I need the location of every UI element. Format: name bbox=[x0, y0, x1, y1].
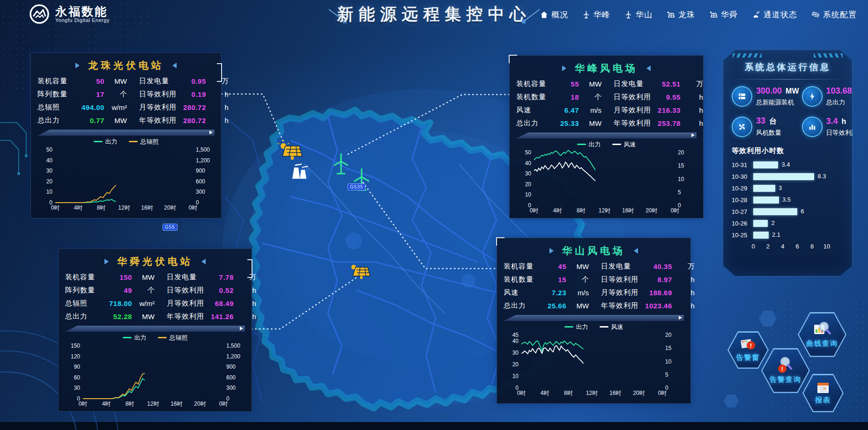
bar-category-label: 10-28 bbox=[732, 197, 753, 204]
stat-row: 总出力52.28MW bbox=[65, 312, 155, 321]
nav-item-huashan[interactable]: 华山 bbox=[624, 9, 653, 20]
legend-swatch bbox=[612, 144, 621, 145]
stat-row: 日等效利用0.19h bbox=[139, 89, 229, 99]
legend-label: 总辐照 bbox=[141, 138, 159, 146]
stat-value: 25.33 bbox=[560, 119, 579, 127]
stat-row: 日发电量52.51万 bbox=[614, 79, 703, 89]
chart-legend: 出力风速 bbox=[516, 140, 697, 149]
stat-unit: 个 bbox=[579, 93, 601, 102]
nav-label: 华山 bbox=[636, 9, 653, 20]
home-icon bbox=[540, 11, 548, 19]
hazard-stripe-decoration bbox=[733, 53, 762, 58]
system-overview-panel: 系统总体运行信息 300.00MW 总新能源装机 103.68MW 总出力 bbox=[723, 50, 853, 277]
wind-turbine-icon bbox=[624, 11, 632, 19]
stat-unit: m/s bbox=[579, 106, 601, 114]
nav-label: 系统配置 bbox=[823, 9, 857, 20]
divider-arrow-icon bbox=[209, 131, 213, 134]
title-marker-icon bbox=[201, 259, 206, 264]
chart-series-lines bbox=[516, 149, 697, 215]
stat-row: 总出力25.66MW bbox=[504, 301, 589, 311]
title-marker-icon bbox=[562, 66, 566, 71]
stat-row: 日等效利用8.97h bbox=[601, 275, 695, 284]
stat-label: 日等效利用 bbox=[601, 275, 645, 284]
bar bbox=[753, 173, 814, 180]
legend-swatch bbox=[564, 326, 573, 328]
stat-label: 月等效利用 bbox=[601, 288, 645, 297]
stat-value: 0.19 bbox=[183, 90, 206, 98]
svg-text:!: ! bbox=[750, 342, 752, 349]
stat-value: 15 bbox=[548, 276, 566, 284]
stat-label: 日等效利用 bbox=[139, 90, 183, 99]
nav-item-channel-status[interactable]: 通道状态 bbox=[752, 9, 797, 20]
legend-swatch bbox=[94, 141, 103, 142]
bar bbox=[753, 220, 768, 227]
stat-value: 9.55 bbox=[658, 93, 681, 101]
bar bbox=[753, 208, 797, 215]
nav-item-overview[interactable]: 概况 bbox=[540, 9, 568, 20]
hex-button-report[interactable]: 报表 bbox=[802, 374, 844, 412]
stat-row: 月等效利用68.49h bbox=[167, 299, 256, 308]
stat-label: 总出力 bbox=[65, 312, 109, 321]
report-icon bbox=[816, 381, 831, 394]
chart-plot: 45403020100201510500时4时8时12时16时20时0时 bbox=[504, 331, 684, 397]
station-title: 华山风电场 bbox=[562, 244, 625, 257]
brand-name: 永福数能 bbox=[55, 5, 110, 17]
stat-unit: 万 bbox=[206, 77, 229, 86]
nav-item-huafeng[interactable]: 华峰 bbox=[582, 9, 610, 20]
stat-row: 日发电量40.35万 bbox=[601, 262, 695, 271]
kpi-value: 103.68 bbox=[826, 86, 852, 96]
bar-track: 3.4 bbox=[753, 161, 844, 168]
station-title: 龙珠光伏电站 bbox=[88, 59, 164, 72]
nav-item-system-config[interactable]: 系统配置 bbox=[811, 9, 857, 20]
stat-unit: 个 bbox=[104, 90, 127, 99]
stat-value: 52.28 bbox=[109, 313, 132, 321]
bar-row: 10-313.4 bbox=[732, 159, 844, 171]
nav-item-huashun[interactable]: 华舜 bbox=[709, 9, 738, 20]
stat-label: 装机容量 bbox=[504, 262, 548, 271]
nav-item-longzhu[interactable]: 龙珠 bbox=[667, 9, 695, 20]
hex-button-label: 告警查询 bbox=[770, 375, 801, 384]
legend-swatch bbox=[577, 144, 586, 145]
legend-label: 风速 bbox=[611, 323, 623, 331]
stat-label: 月等效利用 bbox=[614, 106, 658, 115]
svg-text:!: ! bbox=[781, 365, 783, 372]
stat-unit: h bbox=[672, 302, 695, 310]
stat-row: 装机容量45MW bbox=[504, 262, 589, 271]
title-marker-icon bbox=[634, 248, 638, 254]
stat-label: 日等效利用 bbox=[614, 93, 658, 102]
bar-row: 10-252.1 bbox=[732, 229, 844, 241]
stat-value: 141.26 bbox=[211, 313, 234, 321]
chart-plot: 504030201001,5001,20090060030000时4时8时12时… bbox=[37, 146, 215, 212]
yongfu-logo-icon bbox=[29, 4, 50, 24]
huashan-output-windspeed-chart: 出力风速45403020100201510500时4时8时12时16时20时0时 bbox=[504, 322, 684, 397]
curve-query-icon bbox=[812, 321, 832, 338]
stat-row: 装机容量55MW bbox=[516, 79, 601, 89]
bar-track: 8.3 bbox=[753, 173, 844, 180]
stat-unit: 万 bbox=[234, 273, 256, 282]
stat-label: 日发电量 bbox=[601, 262, 645, 271]
stat-unit: MW bbox=[132, 313, 155, 321]
bar bbox=[753, 161, 778, 168]
nav-label: 概况 bbox=[551, 9, 568, 20]
stat-unit: h bbox=[234, 313, 256, 321]
stat-value: 55 bbox=[560, 80, 579, 88]
stat-row: 装机数量18个 bbox=[516, 92, 601, 102]
kpi-label: 总新能源装机 bbox=[756, 98, 799, 107]
stat-row: 装机容量50MW bbox=[37, 76, 127, 86]
stat-value: 150 bbox=[109, 273, 132, 281]
legend-swatch bbox=[158, 337, 167, 338]
title-marker-icon bbox=[75, 63, 80, 68]
legend-label: 出力 bbox=[134, 334, 147, 342]
stat-row: 年等效利用253.78h bbox=[614, 118, 703, 128]
kpi-total-capacity: 300.00MW 总新能源装机 bbox=[732, 86, 799, 107]
bar-row: 10-283.5 bbox=[732, 194, 844, 206]
station-title: 华峰风电场 bbox=[575, 62, 638, 75]
wind-turbine-icon bbox=[582, 11, 590, 19]
stat-row: 日等效利用9.55h bbox=[614, 92, 703, 102]
series-line-出力 bbox=[521, 341, 583, 351]
stat-value: 7.23 bbox=[548, 289, 566, 297]
circuit-trace-decoration bbox=[0, 123, 28, 175]
alarm-query-icon: ! bbox=[776, 357, 795, 374]
stat-label: 装机数量 bbox=[504, 275, 548, 284]
road-label-g535: G535 bbox=[348, 183, 365, 190]
